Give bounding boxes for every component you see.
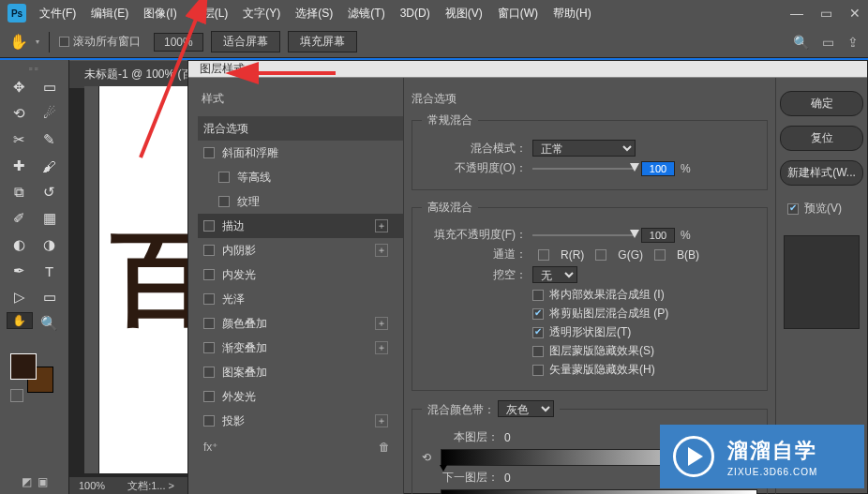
style-row-0[interactable]: 混合选项: [198, 116, 403, 141]
quick-mask-icon[interactable]: ◩: [22, 475, 32, 488]
style-checkbox[interactable]: [203, 415, 215, 427]
workspace-icon[interactable]: ▭: [822, 35, 834, 50]
menu-filter[interactable]: 滤镜(T): [348, 6, 384, 22]
preview-checkbox[interactable]: 预览(V): [780, 201, 863, 217]
fill-opacity-value[interactable]: 100: [641, 228, 675, 243]
style-row-9[interactable]: 渐变叠加＋: [198, 336, 403, 360]
blend-interior-checkbox[interactable]: [532, 290, 544, 301]
pen-tool[interactable]: ✒: [7, 260, 33, 282]
blur-tool[interactable]: ◐: [7, 233, 33, 256]
eyedropper-tool[interactable]: ✎: [37, 128, 63, 151]
style-row-11[interactable]: 外发光: [198, 384, 403, 409]
style-row-4[interactable]: 描边＋: [198, 214, 403, 238]
menu-view[interactable]: 视图(V): [445, 6, 483, 22]
style-checkbox[interactable]: [218, 196, 230, 207]
status-docinfo[interactable]: 文档:1... >: [127, 479, 174, 493]
brush-tool[interactable]: 🖌: [37, 155, 63, 177]
canvas[interactable]: 百: [99, 86, 187, 473]
eraser-tool[interactable]: ✐: [7, 207, 33, 230]
menu-select[interactable]: 选择(S): [295, 6, 333, 22]
knockout-select[interactable]: 无: [532, 266, 577, 283]
menu-3d[interactable]: 3D(D): [400, 7, 430, 20]
default-colors-icon[interactable]: [10, 389, 23, 402]
style-checkbox[interactable]: [218, 172, 230, 183]
marquee-tool[interactable]: ▭: [37, 76, 63, 98]
win-max-icon[interactable]: ▭: [820, 6, 832, 21]
color-swatches[interactable]: [10, 353, 59, 402]
style-row-1[interactable]: 斜面和浮雕: [198, 141, 403, 165]
opacity-slider[interactable]: [532, 161, 636, 176]
move-tool[interactable]: ✥: [7, 76, 33, 98]
menu-image[interactable]: 图像(I): [143, 6, 176, 22]
under-layer-gradient[interactable]: [441, 489, 757, 494]
add-effect-icon[interactable]: ＋: [375, 317, 388, 330]
screen-mode-icon[interactable]: ▣: [37, 475, 48, 488]
shape-tool[interactable]: ▭: [37, 286, 63, 308]
trash-icon[interactable]: 🗑: [379, 441, 390, 454]
style-row-10[interactable]: 图案叠加: [198, 360, 403, 384]
layer-mask-hide-checkbox[interactable]: [532, 346, 544, 357]
channel-g-checkbox[interactable]: [595, 249, 606, 261]
blend-clipped-checkbox[interactable]: [532, 308, 544, 320]
fx-icon[interactable]: fx⁺: [203, 441, 217, 454]
menu-window[interactable]: 窗口(W): [498, 6, 538, 22]
style-checkbox[interactable]: [203, 245, 215, 256]
type-tool[interactable]: T: [37, 260, 63, 282]
style-row-7[interactable]: 光泽: [198, 287, 403, 311]
history-brush-tool[interactable]: ↺: [37, 181, 63, 203]
style-checkbox[interactable]: [203, 367, 215, 378]
blendif-select[interactable]: 灰色: [498, 400, 554, 417]
new-style-button[interactable]: 新建样式(W...: [780, 160, 863, 186]
hand-tool-icon[interactable]: ✋: [9, 33, 28, 51]
style-checkbox[interactable]: [203, 220, 215, 232]
scroll-all-windows-checkbox[interactable]: 滚动所有窗口: [59, 34, 141, 50]
channel-b-checkbox[interactable]: [654, 249, 666, 261]
style-checkbox[interactable]: [203, 269, 215, 280]
gradient-tool[interactable]: ▦: [37, 207, 63, 230]
channel-r-checkbox[interactable]: [538, 249, 549, 261]
style-row-6[interactable]: 内发光: [198, 262, 403, 287]
path-select-tool[interactable]: ▷: [7, 286, 33, 308]
style-checkbox[interactable]: [203, 342, 215, 353]
opacity-value[interactable]: 100: [641, 161, 675, 176]
blend-mode-select[interactable]: 正常: [532, 140, 636, 157]
dodge-tool[interactable]: ◑: [37, 233, 63, 256]
style-checkbox[interactable]: [203, 293, 215, 305]
menu-layer[interactable]: 图层(L): [192, 6, 229, 22]
stamp-tool[interactable]: ⧉: [7, 181, 33, 203]
share-icon[interactable]: ⇪: [847, 35, 859, 50]
lasso-tool[interactable]: ⟲: [7, 102, 33, 125]
search-icon[interactable]: 🔍: [793, 35, 809, 50]
style-row-2[interactable]: 等高线: [198, 165, 403, 189]
ok-button[interactable]: 确定: [780, 91, 863, 116]
menu-type[interactable]: 文字(Y): [243, 6, 280, 22]
trans-shapes-checkbox[interactable]: [532, 327, 544, 338]
foreground-color[interactable]: [10, 353, 37, 380]
zoom-value[interactable]: 100%: [154, 33, 203, 52]
add-effect-icon[interactable]: ＋: [375, 244, 388, 257]
status-zoom[interactable]: 100%: [79, 480, 105, 491]
fill-screen-button[interactable]: 填充屏幕: [288, 31, 357, 52]
add-effect-icon[interactable]: ＋: [375, 219, 388, 232]
quick-select-tool[interactable]: ☄: [37, 102, 63, 125]
heal-tool[interactable]: ✚: [7, 155, 33, 177]
style-checkbox[interactable]: [203, 391, 215, 402]
style-checkbox[interactable]: [203, 318, 215, 329]
menu-help[interactable]: 帮助(H): [553, 6, 591, 22]
style-row-12[interactable]: 投影＋: [198, 409, 403, 433]
crop-tool[interactable]: ✂: [7, 128, 33, 151]
add-effect-icon[interactable]: ＋: [375, 414, 388, 427]
style-row-5[interactable]: 内阴影＋: [198, 238, 403, 262]
menu-file[interactable]: 文件(F): [39, 6, 76, 22]
hand-tool[interactable]: ✋: [7, 312, 33, 329]
menu-edit[interactable]: 编辑(E): [91, 6, 128, 22]
fit-screen-button[interactable]: 适合屏幕: [211, 31, 280, 52]
add-effect-icon[interactable]: ＋: [375, 341, 388, 354]
reset-gradient-top-icon[interactable]: ⟲: [422, 451, 435, 464]
style-row-3[interactable]: 纹理: [198, 189, 403, 214]
win-min-icon[interactable]: ―: [790, 6, 803, 21]
style-row-8[interactable]: 颜色叠加＋: [198, 311, 403, 336]
vector-mask-hide-checkbox[interactable]: [532, 365, 544, 376]
fill-opacity-slider[interactable]: [532, 228, 636, 243]
style-checkbox[interactable]: [203, 147, 215, 158]
